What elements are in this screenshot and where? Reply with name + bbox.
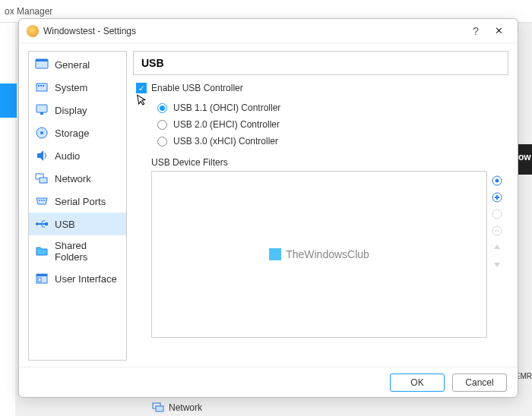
- sidebar-item-shared-folders[interactable]: Shared Folders: [29, 235, 126, 267]
- parent-sidebar-sliver: [0, 23, 15, 416]
- dialog-title: Windowstest - Settings: [43, 26, 464, 36]
- usb-filters-list[interactable]: TheWindowsClub: [151, 171, 487, 338]
- sidebar-item-label: Audio: [55, 150, 80, 162]
- sidebar-item-general[interactable]: General: [29, 53, 126, 76]
- radio-label: USB 3.0 (xHCI) Controller: [173, 136, 278, 147]
- sidebar-item-user-interface[interactable]: User Interface: [29, 267, 126, 290]
- svg-rect-3: [36, 59, 48, 61]
- usb-icon: [35, 217, 49, 231]
- svg-rect-5: [38, 85, 40, 87]
- radio-label: USB 1.1 (OHCI) Controller: [173, 102, 280, 113]
- sidebar-item-label: Serial Ports: [55, 196, 106, 207]
- usb-filters-area: TheWindowsClub: [151, 171, 505, 338]
- serial-ports-icon: [35, 194, 49, 208]
- sidebar-item-label: USB: [55, 219, 75, 230]
- settings-sidebar: General System Display Storage Audio Net…: [28, 51, 127, 361]
- svg-rect-4: [36, 84, 47, 91]
- sidebar-item-label: System: [55, 82, 87, 93]
- parent-selection-sliver: [0, 84, 17, 118]
- display-icon: [35, 103, 49, 117]
- usb-controller-radio-group: USB 1.1 (OHCI) Controller USB 2.0 (EHCI)…: [157, 99, 505, 150]
- svg-rect-7: [43, 85, 44, 87]
- enable-usb-row[interactable]: ✓ Enable USB Controller: [136, 83, 505, 93]
- radio-usb20[interactable]: USB 2.0 (EHCI) Controller: [157, 116, 505, 133]
- sidebar-item-usb[interactable]: USB: [29, 213, 126, 235]
- svg-point-16: [43, 200, 45, 201]
- parent-network-label: Network: [169, 402, 202, 413]
- sidebar-item-label: Network: [55, 173, 91, 184]
- svg-rect-6: [40, 85, 42, 87]
- settings-dialog: Windowstest - Settings ? ✕ General Syste…: [18, 18, 518, 398]
- radio-button[interactable]: [157, 137, 167, 147]
- svg-point-14: [39, 200, 40, 201]
- remove-filter-button[interactable]: [490, 224, 504, 238]
- network-icon: [152, 401, 164, 415]
- sidebar-item-label: Shared Folders: [55, 240, 120, 263]
- audio-icon: [35, 149, 49, 162]
- help-button[interactable]: ?: [464, 25, 487, 37]
- general-icon: [35, 58, 49, 71]
- sidebar-item-label: User Interface: [55, 273, 117, 285]
- sidebar-item-display[interactable]: Display: [29, 99, 126, 121]
- usb-filter-buttons: [490, 171, 505, 338]
- watermark: TheWindowsClub: [269, 248, 369, 260]
- parent-right-sliver: ow: [517, 144, 532, 175]
- panel-header: USB: [133, 51, 508, 75]
- sidebar-item-serial-ports[interactable]: Serial Ports: [29, 190, 126, 213]
- sidebar-item-label: General: [55, 59, 90, 71]
- network-icon: [35, 172, 49, 185]
- sidebar-item-system[interactable]: System: [29, 76, 126, 99]
- main-panel: USB ✓ Enable USB Controller USB 1.1 (OHC…: [133, 51, 508, 361]
- svg-rect-21: [38, 278, 41, 282]
- close-button[interactable]: ✕: [487, 25, 510, 36]
- parent-network-row: Network: [152, 399, 202, 416]
- add-empty-filter-button[interactable]: [490, 174, 504, 188]
- radio-button[interactable]: [157, 103, 167, 113]
- move-filter-down-button[interactable]: [490, 257, 504, 271]
- svg-point-23: [496, 179, 499, 182]
- watermark-text: TheWindowsClub: [286, 248, 369, 260]
- storage-icon: [35, 126, 49, 140]
- mouse-cursor-icon: [136, 93, 149, 109]
- enable-usb-checkbox[interactable]: ✓: [136, 83, 147, 93]
- dialog-footer: OK Cancel: [19, 367, 518, 397]
- dialog-body: General System Display Storage Audio Net…: [19, 43, 518, 367]
- titlebar: Windowstest - Settings ? ✕: [19, 19, 518, 43]
- watermark-icon: [269, 248, 281, 260]
- svg-rect-20: [36, 274, 47, 276]
- svg-point-25: [492, 210, 502, 219]
- shared-folders-icon: [35, 244, 49, 258]
- svg-point-11: [40, 131, 43, 134]
- panel-content: ✓ Enable USB Controller USB 1.1 (OHCI) C…: [133, 75, 508, 361]
- sidebar-item-network[interactable]: Network: [29, 167, 126, 190]
- sidebar-item-label: Display: [55, 105, 87, 116]
- app-icon: [27, 25, 39, 37]
- enable-usb-label: Enable USB Controller: [151, 83, 243, 93]
- svg-rect-13: [40, 178, 47, 183]
- system-icon: [35, 80, 49, 94]
- radio-label: USB 2.0 (EHCI) Controller: [173, 119, 280, 130]
- radio-button[interactable]: [157, 120, 167, 130]
- ok-button[interactable]: OK: [390, 373, 445, 392]
- radio-usb30[interactable]: USB 3.0 (xHCI) Controller: [157, 133, 505, 150]
- radio-usb11[interactable]: USB 1.1 (OHCI) Controller: [157, 99, 505, 116]
- user-interface-icon: [35, 272, 49, 285]
- add-filter-from-device-button[interactable]: [490, 191, 504, 204]
- svg-rect-18: [45, 222, 48, 225]
- svg-rect-9: [40, 112, 43, 115]
- sidebar-item-storage[interactable]: Storage: [29, 121, 126, 144]
- sidebar-item-label: Storage: [55, 128, 90, 139]
- svg-point-17: [36, 222, 39, 225]
- svg-point-15: [41, 200, 43, 201]
- svg-rect-8: [36, 105, 47, 112]
- sidebar-item-audio[interactable]: Audio: [29, 144, 126, 167]
- move-filter-up-button[interactable]: [490, 241, 504, 254]
- cancel-button[interactable]: Cancel: [452, 373, 507, 392]
- edit-filter-button[interactable]: [490, 207, 504, 221]
- svg-rect-1: [156, 406, 163, 411]
- usb-filters-label: USB Device Filters: [151, 157, 505, 168]
